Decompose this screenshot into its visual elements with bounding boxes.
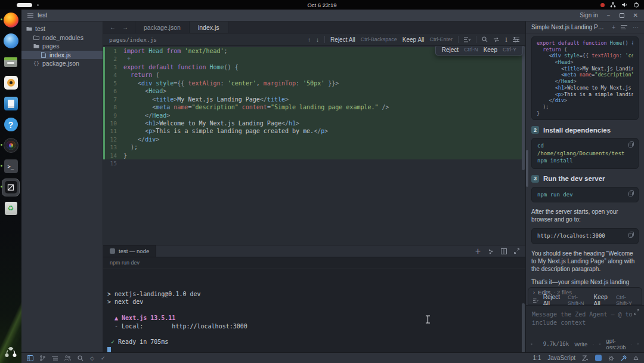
tab-package.json[interactable]: package.json [135, 21, 190, 33]
search-icon[interactable] [482, 36, 488, 42]
expand-composer-icon[interactable] [634, 309, 639, 315]
keep-all-button[interactable]: Keep All [402, 36, 425, 43]
preview-code-line: <div style={{ textAlign: 'center', margi… [537, 53, 633, 59]
dock-recorder-icon[interactable] [0, 135, 21, 156]
split-pane-icon[interactable] [501, 248, 507, 254]
diagnostics-check-icon[interactable]: ✓ [101, 355, 106, 361]
tab-index.js[interactable]: index.js [190, 21, 228, 33]
nav-back-icon[interactable]: ← [110, 24, 116, 30]
notification-bell-icon[interactable] [633, 355, 639, 361]
minimize-button[interactable]: − [607, 12, 611, 19]
edit-prediction-icon[interactable] [582, 355, 589, 361]
review-list-icon[interactable] [464, 37, 470, 42]
code-line: 2 + [103, 55, 525, 63]
terminal-scrollbar[interactable] [522, 303, 525, 352]
terminal-options-icon[interactable] [488, 248, 494, 254]
agent-thread-title[interactable]: Simple Next.js Landing Page Example [531, 24, 606, 30]
nav-forward-icon[interactable]: → [122, 24, 128, 30]
app-menu-button[interactable]: test [27, 12, 47, 19]
restore-button[interactable] [620, 13, 624, 18]
expand-terminal-icon[interactable] [514, 248, 519, 254]
window-titlebar: test Sign in − ✕ [21, 10, 644, 21]
agent-conversation[interactable]: export default function Home() { return … [526, 33, 644, 287]
section-heading: 3Run the dev server [531, 175, 639, 183]
terminal-breadcrumb[interactable]: npm run dev [103, 257, 525, 269]
thread-history-icon[interactable] [621, 24, 627, 30]
dock-help-icon[interactable]: ? [0, 114, 21, 135]
new-terminal-button[interactable]: + [475, 246, 481, 257]
app-grid-icon[interactable] [0, 346, 21, 359]
replace-icon[interactable] [493, 37, 500, 42]
keep-hunk-button[interactable]: Keep [484, 46, 497, 54]
code-line: 8 <meta name="description" content="Simp… [103, 103, 525, 111]
language-selector[interactable]: JavaScript [547, 355, 575, 361]
new-thread-button[interactable]: + [612, 24, 615, 30]
volume-icon [621, 2, 628, 8]
tools-icon[interactable] [621, 355, 627, 361]
sign-in-button[interactable]: Sign in [580, 12, 598, 19]
diagnostics-icon[interactable]: ◇ [90, 355, 94, 361]
keep-hunk-kbd: Ctrl-Y [503, 46, 516, 54]
system-top-bar: Oct 6 23:19 [0, 0, 644, 10]
breadcrumb[interactable]: pages/index.js [109, 36, 157, 43]
system-tray[interactable] [600, 0, 639, 10]
project-panel-toggle-icon[interactable] [27, 355, 33, 361]
search-status-icon[interactable] [78, 355, 83, 361]
next-hunk-icon[interactable]: ↓ [316, 36, 319, 43]
close-button[interactable]: ✕ [633, 12, 638, 19]
terminal-tab[interactable]: test — node [103, 245, 156, 257]
debugger-icon[interactable] [608, 355, 614, 361]
mode-selector[interactable]: Write [574, 341, 587, 347]
tree-item-label: test [35, 25, 45, 32]
tree-item-test[interactable]: test [21, 24, 103, 33]
tree-item-node_modules[interactable]: node_modules [21, 33, 103, 42]
dock-music-icon[interactable] [0, 72, 21, 93]
agent-menu-icon[interactable]: ··· [633, 24, 639, 30]
terminal-line: > next dev [107, 298, 525, 306]
send-message-icon[interactable] [637, 341, 639, 347]
code-line: 5 <div style={{ textAlign: 'center', mar… [103, 79, 525, 87]
dock-thunderbird-icon[interactable] [0, 30, 21, 51]
selection-icon[interactable]: I [505, 36, 507, 43]
message-composer[interactable]: Message the Zed Agent — @ to include con… [526, 305, 644, 352]
section-heading: 2Install dependencies [531, 126, 639, 134]
terminal-line: ✓ Ready in 705ms [107, 338, 525, 346]
dock-zed-icon[interactable] [0, 177, 21, 198]
prev-hunk-icon[interactable]: ↑ [308, 36, 311, 43]
reject-hunk-button[interactable]: Reject [442, 46, 459, 54]
preview-code-line: } [537, 110, 633, 117]
review-edits-icon[interactable] [533, 298, 538, 303]
outline-icon[interactable] [52, 356, 58, 361]
system-clock[interactable]: Oct 6 23:19 [0, 0, 644, 10]
agent-panel: Simple Next.js Landing Page Example + ··… [525, 21, 644, 352]
git-branch-icon[interactable] [40, 355, 45, 361]
tree-item-package.json[interactable]: {}package.json [21, 59, 103, 68]
tree-item-pages[interactable]: pages [21, 42, 103, 51]
assistant-status-icon[interactable] [595, 355, 602, 361]
copy-icon[interactable] [628, 190, 634, 196]
model-provider-icon [599, 342, 600, 347]
cursor-position[interactable]: 1:1 [532, 355, 541, 361]
dock-firefox-icon[interactable] [0, 10, 21, 30]
editor-scrollbar[interactable] [522, 46, 525, 170]
code-line: 3export default function Home() { [103, 63, 525, 71]
agent-scrollbar[interactable] [526, 150, 528, 187]
copy-icon[interactable] [628, 232, 634, 238]
copy-icon[interactable] [628, 141, 634, 147]
filter-sliders-icon[interactable] [513, 37, 519, 42]
dock-trash-icon[interactable]: ♻ [0, 198, 21, 219]
model-selector[interactable]: gpt-oss:20b [606, 337, 626, 350]
dock-terminal-icon[interactable]: >_ [0, 156, 21, 177]
terminal-output[interactable]: > nextjs-landing@0.1.0 dev> next dev ▲ N… [103, 269, 525, 352]
reject-all-button[interactable]: Reject All [330, 36, 355, 43]
tree-item-index.js[interactable]: index.js [21, 51, 103, 60]
folder-open-icon [33, 43, 39, 49]
collab-people-icon[interactable] [64, 355, 71, 361]
edits-expand-chevron[interactable]: › [533, 289, 535, 296]
dock-writer-icon[interactable] [0, 93, 21, 114]
preview-code-line: <meta name="description" content="Simple… [537, 72, 633, 78]
dock-files-icon[interactable] [0, 51, 21, 72]
code-editor[interactable]: Reject Ctrl-N Keep Ctrl-Y 1import Head f… [103, 46, 525, 245]
composer-settings-icon[interactable] [531, 341, 532, 347]
localhost-url[interactable]: http://localhost:3000 [537, 233, 605, 239]
